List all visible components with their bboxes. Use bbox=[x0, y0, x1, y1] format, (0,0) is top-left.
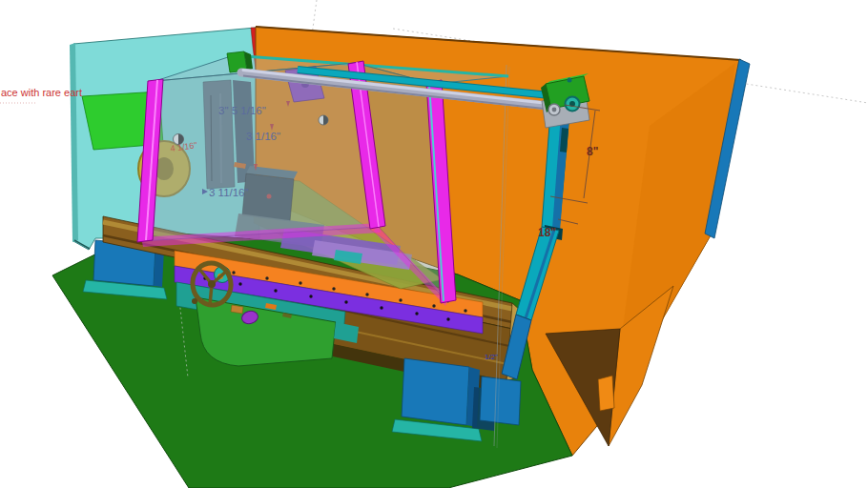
dimension-label[interactable]: 3 1/16" bbox=[246, 131, 280, 142]
right-pedestal[interactable] bbox=[402, 358, 469, 425]
model-scene: ace with rare eart 3" 5 1/16" 3 1/16" 3 … bbox=[0, 0, 868, 488]
3d-model-viewport[interactable]: ace with rare eart 3" 5 1/16" 3 1/16" 3 … bbox=[0, 0, 868, 488]
wall-foot bbox=[598, 376, 614, 411]
dimension-label[interactable]: 8" bbox=[587, 145, 598, 158]
dimension-label[interactable]: 18" bbox=[538, 226, 556, 239]
dimension-label[interactable]: 3" 5 1/16" bbox=[218, 105, 266, 116]
note-label[interactable]: ace with rare eart bbox=[1, 87, 82, 98]
right-l-bracket bbox=[480, 376, 521, 425]
dimension-label[interactable]: 1/2" bbox=[485, 353, 498, 361]
dimension-label[interactable]: 3 11/16" bbox=[209, 187, 249, 198]
